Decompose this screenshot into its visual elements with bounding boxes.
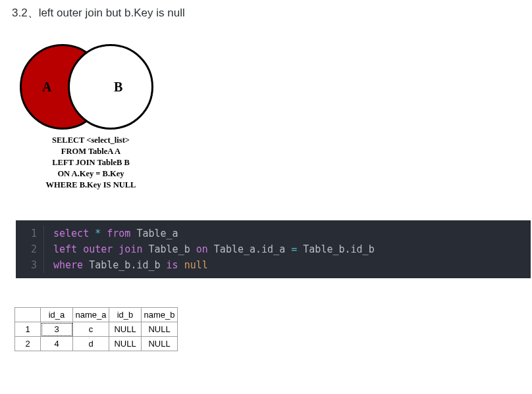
venn-label-b: B [114,80,122,95]
line-number: 1 [16,226,44,241]
table-header-cell: id_a [41,308,73,322]
venn-circle-b [68,44,153,130]
line-number: 3 [16,257,44,273]
row-index: 2 [15,337,41,351]
table-header-cell: name_b [142,308,178,322]
table-row: 1 3 c NULL NULL [15,322,178,337]
table-header-cell: id_b [109,308,142,322]
venn-label-a: A [42,80,51,95]
table-cell: NULL [142,337,178,351]
table-cell: NULL [142,322,178,337]
section-heading: 3.2、left outer join but b.Key is null [12,5,532,20]
code-block: 1 select * from Table_a 2 left outer joi… [16,220,531,278]
table-cell: NULL [109,322,142,337]
code-line: 3 where Table_b.id_b is null [16,257,531,273]
table-cell: 3 [41,322,73,337]
row-index: 1 [15,322,41,337]
table-cell: c [73,322,109,337]
sql-template: SELECT <select_list> FROM TableA A LEFT … [32,135,150,190]
table-cell: d [73,337,109,351]
result-table: id_a name_a id_b name_b 1 3 c NULL NULL … [14,307,178,351]
line-number: 2 [16,241,44,257]
table-row: 2 4 d NULL NULL [15,337,178,351]
table-header-row: id_a name_a id_b name_b [15,308,178,322]
venn-figure: A B SELECT <select_list> FROM TableA A L… [12,44,150,190]
table-header-cell [15,308,41,322]
code-line: 1 select * from Table_a [16,226,531,241]
table-cell: NULL [109,337,142,351]
code-line: 2 left outer join Table_b on Table_a.id_… [16,241,531,257]
table-header-cell: name_a [73,308,109,322]
table-cell: 4 [41,337,73,351]
